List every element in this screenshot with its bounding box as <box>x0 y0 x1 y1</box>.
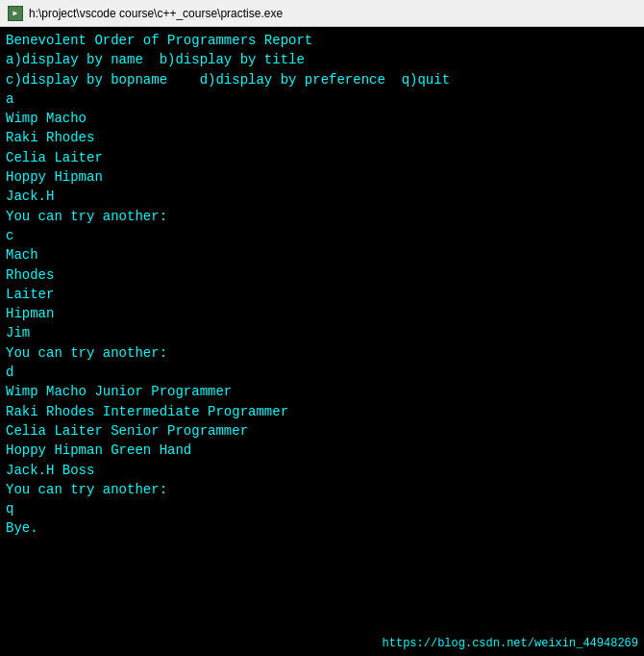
terminal-line: You can try another: <box>6 343 638 363</box>
terminal-line: d <box>6 363 638 382</box>
terminal-line: a)display by name b)display by title <box>6 50 638 69</box>
terminal-line: Rhodes <box>6 265 638 285</box>
terminal-line: Celia Laiter Senior Programmer <box>6 421 638 441</box>
terminal: Benevolent Order of Programmers Reporta)… <box>0 27 644 656</box>
title-bar-icon <box>8 6 23 21</box>
terminal-line: You can try another: <box>6 207 638 226</box>
terminal-line: Hoppy Hipman <box>6 167 638 187</box>
terminal-line: Mach <box>6 245 638 265</box>
watermark: https://blog.csdn.net/weixin_44948269 <box>383 637 638 650</box>
terminal-line: Raki Rhodes Intermediate Programmer <box>6 402 638 421</box>
terminal-line: Jim <box>6 323 638 342</box>
terminal-line: Hoppy Hipman Green Hand <box>6 441 638 460</box>
terminal-line: Wimp Macho <box>6 109 638 128</box>
terminal-line: Wimp Macho Junior Programmer <box>6 382 638 401</box>
title-bar-text: h:\project\vscode course\c++_course\prac… <box>29 7 283 20</box>
terminal-line: Jack.H <box>6 187 638 206</box>
terminal-line: Hipman <box>6 304 638 323</box>
terminal-line: Laiter <box>6 285 638 304</box>
terminal-line: a <box>6 89 638 109</box>
terminal-line: Jack.H Boss <box>6 461 638 480</box>
terminal-line: Benevolent Order of Programmers Report <box>6 31 638 50</box>
terminal-line: c)display by bopname d)display by prefer… <box>6 70 638 89</box>
terminal-line: q <box>6 499 638 518</box>
terminal-line: Bye. <box>6 518 638 538</box>
terminal-line: Celia Laiter <box>6 148 638 167</box>
terminal-line: Raki Rhodes <box>6 128 638 147</box>
terminal-line: You can try another: <box>6 480 638 499</box>
title-bar: h:\project\vscode course\c++_course\prac… <box>0 0 644 27</box>
terminal-line: c <box>6 226 638 245</box>
